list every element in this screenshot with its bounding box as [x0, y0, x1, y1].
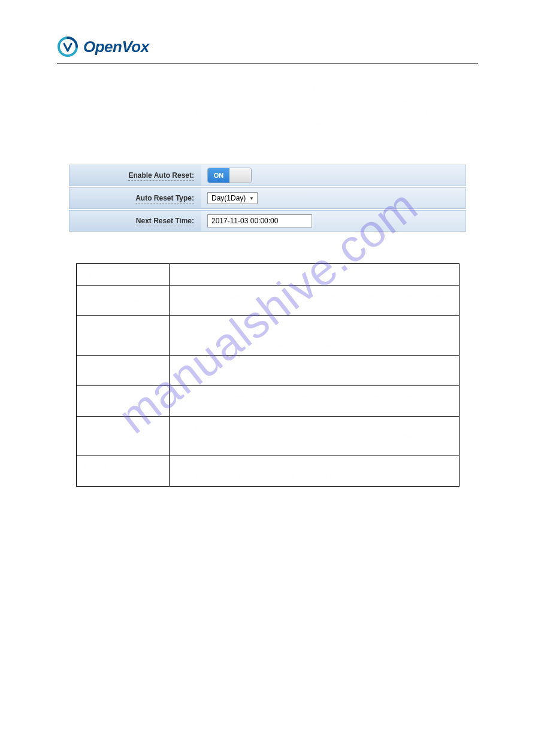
table-cell-option: Auto Reset Time — [76, 356, 169, 386]
settings-value: ON — [201, 165, 466, 186]
table-row: Auto Reset Time Set the time of day to p… — [76, 356, 459, 386]
auto-reset-type-select[interactable]: Day(1Day) — [207, 192, 258, 204]
table-cell-definition: This item will appear after the auto res… — [169, 386, 459, 417]
table-cell-option: Last Reset Time — [76, 386, 169, 417]
footer-url: URL:www.openvox.cn — [294, 541, 364, 549]
settings-label: Enable Auto Reset: — [69, 171, 201, 180]
label-enable-auto-reset: Enable Auto Reset: — [128, 171, 194, 181]
page-number: 33 — [57, 529, 478, 539]
auto-reset-type-select-wrap: Day(1Day) — [207, 192, 258, 204]
toggle-handle — [229, 168, 251, 183]
table-cell-definition: Set the time of day to perform the reset… — [169, 356, 459, 386]
next-reset-time-input[interactable] — [207, 214, 312, 227]
table-cell-definition: This item is calculated based on the res… — [169, 417, 459, 456]
table-header-options: Options — [76, 264, 169, 286]
table-cell-option: Modify Next Reset Time — [76, 456, 169, 487]
footer-company: OpenVox Communication Co. ,LTD. — [171, 541, 285, 549]
table-row: Auto Reset Type The time range of the au… — [76, 316, 459, 356]
table-cell-definition: Whether to enable the auto-reset functio… — [169, 286, 459, 316]
brand-logo: OpenVox — [57, 36, 149, 57]
settings-row-next-reset-time: Next Reset Time: — [69, 210, 466, 232]
figure-caption: Figure 3-4-3 Auto Rest Settings — [57, 150, 478, 159]
table-cell-option: Next Reset Time — [76, 417, 169, 456]
page-footer: 33 OpenVox Communication Co. ,LTD. URL:w… — [57, 529, 478, 550]
table-row: Modify Next Reset Time When enabled, you… — [76, 456, 459, 487]
table-cell-option: Auto Reset Type — [76, 316, 169, 356]
table-row: Next Reset Time This item is calculated … — [76, 417, 459, 456]
settings-value: Day(1Day) — [201, 188, 466, 208]
table-row: Enable Auto Reset Whether to enable the … — [76, 286, 459, 316]
openvox-logo-icon — [57, 36, 78, 57]
settings-label: Auto Reset Type: — [69, 194, 201, 202]
settings-panel: Enable Auto Reset: ON Auto Reset Type: D… — [69, 165, 466, 232]
label-auto-reset-type: Auto Reset Type: — [135, 194, 194, 204]
table-header-definition: Definition — [169, 264, 459, 286]
enable-auto-reset-toggle[interactable]: ON — [207, 168, 252, 183]
label-next-reset-time: Next Reset Time: — [136, 217, 194, 226]
table-cell-option: Enable Auto Reset — [76, 286, 169, 316]
table-caption: Table 3-4-2 Definition of Auto Reset Set… — [57, 250, 478, 259]
definitions-table: Options Definition Enable Auto Reset Whe… — [76, 263, 460, 487]
intro-paragraph: You can choose to reset the data after a… — [69, 82, 466, 132]
table-row: Last Reset Time This item will appear af… — [76, 386, 459, 417]
table-header-row: Options Definition — [76, 264, 459, 286]
settings-row-enable-auto-reset: Enable Auto Reset: ON — [69, 165, 466, 186]
brand-name: OpenVox — [83, 38, 149, 56]
settings-label: Next Reset Time: — [69, 217, 201, 225]
toggle-on-label: ON — [208, 168, 229, 183]
table-cell-definition: The time range of the auto-reset, you ca… — [169, 316, 459, 356]
settings-row-auto-reset-type: Auto Reset Type: Day(1Day) — [69, 187, 466, 209]
table-cell-definition: When enabled, you can customize the next… — [169, 456, 459, 487]
page-header: OpenVox — [57, 36, 478, 64]
settings-value — [201, 211, 466, 231]
